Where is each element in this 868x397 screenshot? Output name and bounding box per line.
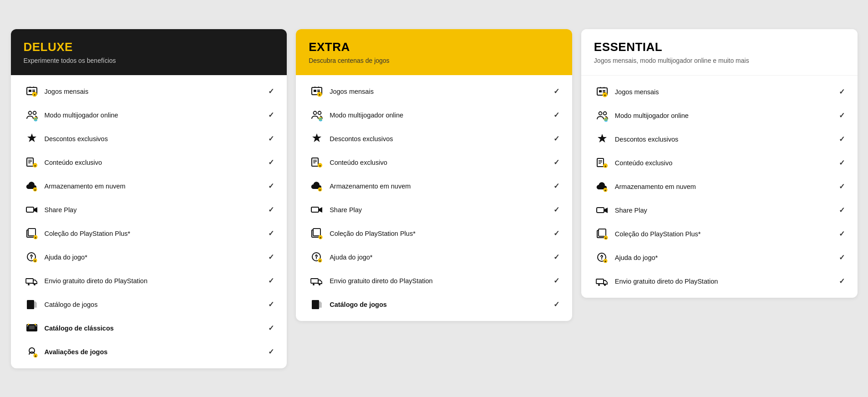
descontos-icon [24,132,40,146]
svg-rect-19 [26,207,34,212]
svg-rect-14 [28,163,30,163]
feature-row: Catálogo de jogos✓ [11,293,287,316]
check-icon: ✓ [553,300,559,309]
check-icon: ✓ [839,253,845,262]
feature-label: Catálogo de jogos [45,301,269,308]
svg-rect-59 [313,163,315,163]
classicos-icon [24,321,40,336]
feature-label: Envio gratuito direto do PlayStation [45,277,269,285]
plan-card-extra: EXTRADescubra centenas de jogos + Jogos … [296,29,572,321]
svg-text:+: + [604,259,607,263]
check-icon: ✓ [268,253,274,261]
svg-point-51 [314,111,317,114]
envio-icon [594,274,610,289]
svg-rect-4 [32,90,35,91]
check-icon: ✓ [839,158,845,167]
check-icon: ✓ [839,182,845,191]
svg-point-27 [31,258,32,259]
colecao-icon: + [594,227,610,241]
svg-rect-30 [26,279,33,283]
jogos-mensais-icon: + [24,84,40,99]
check-icon: ✓ [268,134,274,143]
svg-rect-100 [597,208,604,213]
svg-rect-58 [313,161,317,162]
feature-row: + Ajuda do jogo*✓ [296,245,572,269]
svg-point-7 [33,111,36,114]
svg-rect-21 [28,229,36,236]
check-icon: ✓ [553,205,559,214]
plan-features-essential: + Jogos mensais✓ 🌐 Modo multijogador onl… [581,76,858,298]
feature-row: 🌐 Modo multijogador online✓ [581,104,858,127]
svg-text:+: + [34,259,36,263]
svg-rect-75 [311,279,318,283]
feature-row: Share Play✓ [296,198,572,222]
nuvem-icon: + [309,179,325,193]
plans-container: DELUXEExperimente todos os benefícios + … [11,29,858,368]
feature-label: Avaliações de jogos [45,348,269,356]
svg-marker-55 [312,133,321,142]
svg-rect-92 [597,158,604,167]
feature-row: + Conteúdo exclusivo✓ [581,151,858,175]
check-icon: ✓ [553,276,559,285]
colecao-icon: + [309,226,325,241]
svg-point-32 [34,284,36,285]
feature-row: + Ajuda do jogo*✓ [11,245,287,269]
svg-text:+: + [34,163,36,168]
feature-label: Descontos exclusivos [615,136,839,143]
feature-row: 🌐 Modo multijogador online✓ [11,103,287,127]
plan-features-deluxe: + Jogos mensais✓ 🌐 Modo multijogador onl… [11,75,287,368]
feature-label: Descontos exclusivos [45,135,269,143]
feature-row: Envio gratuito direto do PlayStation✓ [581,270,858,293]
feature-label: Conteúdo exclusivo [45,159,269,166]
check-icon: ✓ [553,158,559,167]
feature-row: + Ajuda do jogo*✓ [581,246,858,270]
svg-rect-66 [313,229,320,236]
svg-point-52 [318,111,321,114]
plan-name-essential: ESSENTIAL [594,40,845,54]
jogos-mensais-icon: + [309,84,325,99]
feature-label: Jogos mensais [330,88,553,95]
svg-text:+: + [605,236,607,240]
svg-rect-50 [317,91,320,92]
svg-text:+: + [604,188,607,192]
feature-row: Envio gratuito direto do PlayStation✓ [296,269,572,293]
svg-rect-34 [35,301,36,308]
check-icon: ✓ [839,229,845,238]
svg-rect-49 [317,90,320,91]
svg-rect-93 [599,160,602,161]
svg-text:+: + [34,354,36,358]
feature-row: Envio gratuito direto do PlayStation✓ [11,269,287,293]
feature-label: Ajuda do jogo* [615,254,839,261]
check-icon: ✓ [268,111,274,119]
shareplay-icon [594,203,610,218]
svg-rect-94 [599,162,602,163]
svg-point-88 [603,112,606,115]
check-icon: ✓ [553,253,559,261]
svg-text:+: + [320,235,322,239]
svg-text:🌐: 🌐 [604,117,608,122]
feature-label: Conteúdo exclusivo [330,159,553,166]
feature-row: + Armazenamento em nuvem✓ [296,174,572,198]
svg-point-72 [316,258,317,259]
svg-text:+: + [319,188,321,192]
feature-row: + Avaliações de jogos✓ [11,340,287,364]
feature-row: + Jogos mensais✓ [296,80,572,103]
conteudo-icon: + [309,155,325,170]
check-icon: ✓ [553,87,559,96]
feature-row: Descontos exclusivos✓ [296,127,572,151]
check-icon: ✓ [553,229,559,238]
feature-label: Coleção do PlayStation Plus* [330,230,553,237]
feature-label: Jogos mensais [615,88,839,96]
svg-rect-57 [313,160,317,161]
svg-marker-10 [27,133,36,142]
shareplay-icon [309,203,325,217]
svg-rect-5 [32,91,35,92]
check-icon: ✓ [268,87,274,96]
svg-rect-80 [321,302,322,308]
feature-row: + Coleção do PlayStation Plus*✓ [581,222,858,246]
check-icon: ✓ [268,229,274,238]
feature-row: + Coleção do PlayStation Plus*✓ [296,222,572,245]
feature-label: Descontos exclusivos [330,135,553,143]
catalogo-icon [309,297,325,312]
avaliacoes-icon: + [24,345,40,359]
